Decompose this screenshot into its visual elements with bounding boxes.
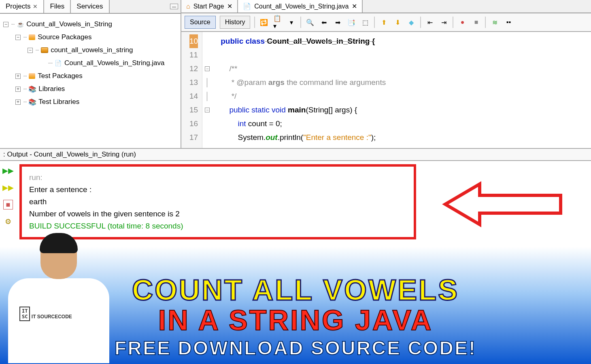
tab-services-label: Services <box>77 2 103 11</box>
toolbar-up-icon[interactable]: ⬆ <box>379 17 389 27</box>
close-icon[interactable]: ✕ <box>33 3 38 10</box>
tab-start-page-label: Start Page <box>193 3 224 10</box>
collapse-icon[interactable]: − <box>3 22 9 27</box>
settings-icon[interactable]: ⚙ <box>3 217 13 226</box>
line-number: 16 <box>189 117 198 131</box>
history-view-button[interactable]: History <box>220 16 251 29</box>
toolbar-icon-16[interactable]: ≋ <box>490 17 500 27</box>
line-number: 14 <box>189 89 198 103</box>
console-line: Number of vowels in the given sentence i… <box>29 208 406 220</box>
toolbar-icon-3[interactable]: ▾ <box>287 17 296 27</box>
java-file-icon: 📄 <box>243 2 251 10</box>
line-number: 12 <box>189 62 198 76</box>
libraries-icon: 📚 <box>29 85 36 93</box>
minimize-panel-button[interactable]: — <box>170 4 178 9</box>
tab-file-label: Count_all_Vowels_in_String.java <box>254 3 349 10</box>
toolbar-icon-8[interactable]: ⬚ <box>360 17 370 27</box>
expand-icon[interactable]: + <box>15 99 21 105</box>
rerun-icon[interactable]: ▶▶ <box>3 166 13 176</box>
tab-files[interactable]: Files <box>44 0 71 13</box>
toolbar-record-icon[interactable]: ● <box>457 17 467 27</box>
tab-projects-label: Projects <box>6 2 30 11</box>
toolbar-indent-left-icon[interactable]: ⇤ <box>425 17 435 27</box>
line-number: 10 <box>189 34 198 48</box>
code-content[interactable]: public class Count_all_Vowels_in_String … <box>212 32 386 148</box>
separator <box>254 17 255 28</box>
tab-editor-file[interactable]: 📄Count_all_Vowels_in_String.java✕ <box>238 0 363 13</box>
output-panel-title: : Output - Count_all_Vowels_in_String (r… <box>0 149 591 161</box>
line-number-gutter: 10 11 12 13 14 15 16 17 <box>181 32 202 148</box>
code-line: System.out.println("Enter a sentence :")… <box>212 131 386 144</box>
toolbar-icon-17[interactable]: ▪▪ <box>504 17 513 27</box>
tree-libraries[interactable]: +···📚Libraries <box>2 83 179 95</box>
tab-files-label: Files <box>50 2 64 11</box>
expand-icon[interactable]: + <box>15 87 21 92</box>
console-line: run: <box>29 171 406 184</box>
separator <box>300 17 301 28</box>
code-line: */ <box>212 89 386 103</box>
java-project-icon: ☕ <box>17 21 24 28</box>
tree-test-libraries[interactable]: +···📚Test Libraries <box>2 95 179 108</box>
tab-start-page[interactable]: ⌂Start Page✕ <box>181 0 238 13</box>
tree-package[interactable]: −···count_all_vowels_in_string <box>2 44 179 57</box>
fold-toggle-icon[interactable]: − <box>205 66 210 71</box>
promo-banner: ITSC IT SOURCECODE COUNT ALL VOWELS IN A… <box>0 247 591 364</box>
close-icon[interactable]: ✕ <box>352 2 357 10</box>
separator <box>485 17 486 28</box>
toolbar-icon-1[interactable]: 🔁 <box>259 17 269 27</box>
java-file-icon: 📄 <box>55 59 62 67</box>
tree-java-file[interactable]: ····📄Count_all_Vowels_in_String.java <box>2 57 179 70</box>
code-editor[interactable]: 10 11 12 13 14 15 16 17 − ││ − public cl… <box>181 32 591 148</box>
expand-icon[interactable]: + <box>15 74 21 79</box>
code-line: public static void main(String[] args) { <box>212 103 386 117</box>
fold-toggle-icon[interactable]: − <box>205 108 210 112</box>
project-explorer-pane: Projects ✕ Files Services — −···☕Count_a… <box>0 0 181 148</box>
tab-services[interactable]: Services <box>71 0 109 13</box>
toolbar-stop-icon[interactable]: ■ <box>471 17 481 27</box>
libraries-icon: 📚 <box>29 98 36 106</box>
editor-tabs: ⌂Start Page✕ 📄Count_all_Vowels_in_String… <box>181 0 591 13</box>
annotation-arrow <box>439 180 569 230</box>
editor-pane: ⌂Start Page✕ 📄Count_all_Vowels_in_String… <box>181 0 591 148</box>
rerun-alt-icon[interactable]: ▶▶ <box>3 183 13 193</box>
toolbar-icon-2[interactable]: 📋▾ <box>273 17 283 27</box>
tree-file-label: Count_all_Vowels_in_String.java <box>64 59 165 67</box>
toolbar-icon-7[interactable]: 📑 <box>347 17 356 27</box>
toolbar-find-icon[interactable]: 🔍 <box>305 17 315 27</box>
tree-lib-label: Libraries <box>38 85 65 93</box>
output-toolbar: ▶▶ ▶▶ ■ ⚙ <box>0 161 16 243</box>
tree-test-pkg-label: Test Packages <box>38 72 83 80</box>
tree-test-packages[interactable]: +···Test Packages <box>2 70 179 83</box>
tree-test-lib-label: Test Libraries <box>38 98 79 106</box>
close-icon[interactable]: ✕ <box>227 2 232 10</box>
line-number: 17 <box>189 131 198 144</box>
tree-package-label: count_all_vowels_in_string <box>51 46 133 54</box>
stop-output-icon[interactable]: ■ <box>3 200 13 210</box>
left-tabs: Projects ✕ Files Services — <box>0 0 181 14</box>
editor-toolbar: Source History 🔁 📋▾ ▾ 🔍 ⬅ ➡ 📑 ⬚ ⬆ ⬇ ◆ ⇤ … <box>181 13 591 32</box>
collapse-icon[interactable]: − <box>28 48 33 53</box>
source-view-button[interactable]: Source <box>185 16 216 29</box>
console-line: Enter a sentence : <box>29 184 406 196</box>
code-line: public class Count_all_Vowels_in_String … <box>212 34 386 48</box>
tree-source-packages[interactable]: −···Source Packages <box>2 31 179 44</box>
toolbar-icon-11[interactable]: ◆ <box>406 17 416 27</box>
toolbar-prev-icon[interactable]: ⬅ <box>319 17 329 27</box>
code-line <box>212 48 386 62</box>
separator <box>374 17 375 28</box>
line-number: 11 <box>189 48 198 62</box>
toolbar-down-icon[interactable]: ⬇ <box>393 17 402 27</box>
toolbar-next-icon[interactable]: ➡ <box>333 17 342 27</box>
console-line: earth <box>29 196 406 208</box>
tree-src-label: Source Packages <box>38 33 91 41</box>
tree-project-root[interactable]: −···☕Count_all_Vowels_in_String <box>2 18 179 31</box>
separator <box>420 17 421 28</box>
project-tree: −···☕Count_all_Vowels_in_String −···Sour… <box>0 14 181 148</box>
code-line: int count = 0; <box>212 117 386 131</box>
home-icon: ⌂ <box>186 3 190 10</box>
banner-line-1: COUNT ALL VOWELS <box>0 275 591 305</box>
collapse-icon[interactable]: − <box>15 35 21 40</box>
tab-projects[interactable]: Projects ✕ <box>0 0 44 13</box>
console-build-status: BUILD SUCCESSFUL (total time: 8 seconds) <box>29 220 406 232</box>
toolbar-indent-right-icon[interactable]: ⇥ <box>439 17 449 27</box>
